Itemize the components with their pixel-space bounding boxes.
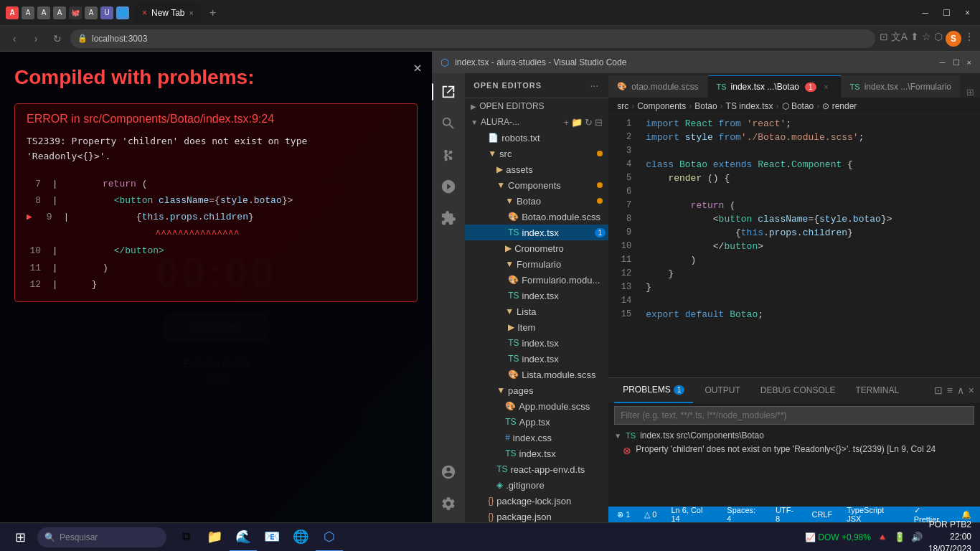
folder-src[interactable]: ▼ src (465, 146, 608, 161)
taskbar-task-view[interactable]: ⧉ (172, 523, 199, 552)
new-tab-button[interactable]: + (204, 5, 222, 21)
panel-tab-debug-console[interactable]: DEBUG CONSOLE (752, 378, 844, 403)
file-index-tsx[interactable]: TS index.tsx (465, 446, 608, 461)
breadcrumb-file[interactable]: TS index.tsx (726, 101, 773, 111)
status-spaces[interactable]: Spaces: 4 (724, 506, 764, 522)
file-formulario-index[interactable]: TS index.tsx (465, 288, 608, 303)
folder-item[interactable]: ▶ Item (465, 319, 608, 335)
alura-section[interactable]: ▼ ALURA-... + 📁 ↻ ⊟ (465, 114, 608, 130)
breadcrumb-src[interactable]: src (617, 101, 628, 111)
vscode-close[interactable]: × (967, 58, 971, 67)
active-browser-tab[interactable]: × New Tab × (135, 3, 201, 23)
refresh-icon[interactable]: ↻ (585, 117, 593, 128)
extensions-button[interactable]: ⬡ (934, 31, 943, 47)
open-editors-section[interactable]: ▶ OPEN EDITORS (465, 98, 608, 114)
file-app-module-scss[interactable]: 🎨 App.module.scss (465, 398, 608, 414)
activity-extensions[interactable] (435, 205, 461, 231)
breadcrumb-class[interactable]: ⬡ Botao (782, 101, 814, 111)
cast-button[interactable]: ⊡ (880, 31, 888, 47)
status-encoding[interactable]: UTF-8 (773, 506, 800, 522)
vscode-restore[interactable]: ☐ (953, 58, 960, 67)
tab-otao-scss[interactable]: 🎨 otao.module.scss (608, 75, 707, 98)
file-item-robots[interactable]: 📄 robots.txt (465, 130, 608, 146)
file-index-css[interactable]: # index.css (465, 430, 608, 446)
folder-assets[interactable]: ▶ assets (465, 161, 608, 177)
panel-maximize-button[interactable]: ⊡ (934, 385, 943, 396)
bookmark-button[interactable]: ☆ (922, 31, 931, 47)
activity-source-control[interactable] (435, 142, 461, 168)
status-notifications[interactable]: 🔔 (958, 510, 974, 519)
collapse-icon[interactable]: ⊟ (595, 117, 603, 128)
file-gitignore[interactable]: ◈ .gitignore (465, 477, 608, 493)
new-file-icon[interactable]: + (564, 117, 570, 128)
activity-explorer[interactable] (435, 79, 461, 105)
taskbar-edge[interactable]: 🌊 (230, 523, 257, 552)
activity-account[interactable] (435, 459, 461, 485)
problem-file-header[interactable]: ▼ TS index.tsx src\Components\Botao (614, 429, 974, 442)
more-button[interactable]: ⋮ (964, 31, 974, 47)
tray-volume[interactable]: 🔊 (911, 532, 923, 542)
problems-filter-input[interactable] (614, 406, 974, 425)
code-content[interactable]: import React from 'react'; import style … (637, 114, 980, 377)
file-react-app-env[interactable]: TS react-app-env.d.ts (465, 461, 608, 477)
activity-search[interactable] (435, 110, 461, 136)
taskbar-vscode[interactable]: ⬡ (316, 523, 343, 552)
reload-button[interactable]: ↻ (49, 30, 66, 47)
vscode-minimize[interactable]: ─ (940, 58, 946, 67)
breadcrumb-components[interactable]: Components (637, 101, 686, 111)
file-formulario-module[interactable]: 🎨 Formulario.modu... (465, 272, 608, 288)
file-app-tsx[interactable]: TS App.tsx (465, 414, 608, 430)
share-button[interactable]: ⬆ (910, 31, 919, 47)
address-bar[interactable]: 🔒 localhost:3003 (70, 29, 875, 48)
profile-button[interactable]: S (946, 31, 961, 47)
maximize-button[interactable]: ☐ (938, 8, 955, 18)
file-lista-index2-tsx[interactable]: TS index.tsx (465, 351, 608, 367)
activity-run-debug[interactable] (435, 174, 461, 199)
file-lista-module[interactable]: 🎨 Lista.module.scss (465, 367, 608, 382)
taskbar-chrome[interactable]: 🌐 (287, 523, 314, 552)
new-folder-icon[interactable]: 📁 (571, 117, 583, 128)
folder-botao[interactable]: ▼ Botao (465, 193, 608, 209)
sidebar-more-button[interactable]: ··· (588, 78, 600, 93)
taskbar-outlook[interactable]: 📧 (258, 523, 286, 552)
breadcrumb-method[interactable]: ⊙ render (822, 101, 857, 111)
editor-layout-button[interactable]: ⊞ (961, 87, 980, 98)
breadcrumb-botao[interactable]: Botao (694, 101, 717, 111)
file-package[interactable]: {} package.json (465, 509, 608, 522)
status-cursor-position[interactable]: Ln 6, Col 14 (668, 506, 715, 522)
file-package-lock[interactable]: {} package-lock.json (465, 493, 608, 509)
close-button[interactable]: × (961, 8, 974, 18)
stock-ticker[interactable]: 📈 DOW +0,98% (805, 532, 871, 542)
forward-button[interactable]: › (27, 30, 44, 47)
start-menu-button[interactable]: ⊞ (6, 523, 34, 552)
panel-tab-problems[interactable]: PROBLEMS 1 (614, 378, 693, 403)
folder-lista[interactable]: ▼ Lista (465, 303, 608, 319)
activity-settings[interactable] (435, 491, 461, 517)
panel-tab-terminal[interactable]: TERMINAL (847, 378, 908, 403)
status-errors[interactable]: ⊗ 1 (614, 510, 633, 519)
folder-formulario[interactable]: ▼ Formulario (465, 256, 608, 272)
taskbar-file-explorer[interactable]: 📁 (201, 523, 228, 552)
status-warnings[interactable]: △ 0 (641, 510, 659, 519)
error-close-button[interactable]: × (413, 59, 422, 76)
panel-tab-output[interactable]: OUTPUT (696, 378, 748, 403)
tab-close-botao[interactable]: × (821, 81, 832, 93)
folder-cronometro[interactable]: ▶ Cronometro (465, 240, 608, 256)
file-botao-module[interactable]: 🎨 Botao.module.scss (465, 209, 608, 225)
minimize-button[interactable]: ─ (918, 8, 933, 18)
folder-pages[interactable]: ▼ pages (465, 382, 608, 398)
panel-arrange-button[interactable]: ≡ (947, 385, 953, 396)
tray-network[interactable]: 🔺 (877, 532, 888, 542)
system-clock[interactable]: POR PTB2 22:00 18/07/2023 (928, 519, 971, 551)
status-line-ending[interactable]: CRLF (809, 510, 835, 519)
taskbar-search-bar[interactable]: 🔍 Pesquisar (37, 527, 166, 547)
file-botao-index[interactable]: TS index.tsx 1 (465, 225, 608, 240)
tab-close[interactable]: × (189, 9, 194, 17)
back-button[interactable]: ‹ (6, 30, 23, 47)
panel-expand-button[interactable]: ∧ (957, 385, 964, 396)
tab-formulario-index[interactable]: TS index.tsx ...\Formulario (842, 75, 961, 98)
panel-close-button[interactable]: × (969, 385, 974, 396)
file-lista-index-tsx[interactable]: TS index.tsx (465, 335, 608, 351)
problem-item-1[interactable]: ⊗ Property 'children' does not exist on … (614, 442, 974, 458)
folder-components[interactable]: ▼ Components (465, 177, 608, 193)
